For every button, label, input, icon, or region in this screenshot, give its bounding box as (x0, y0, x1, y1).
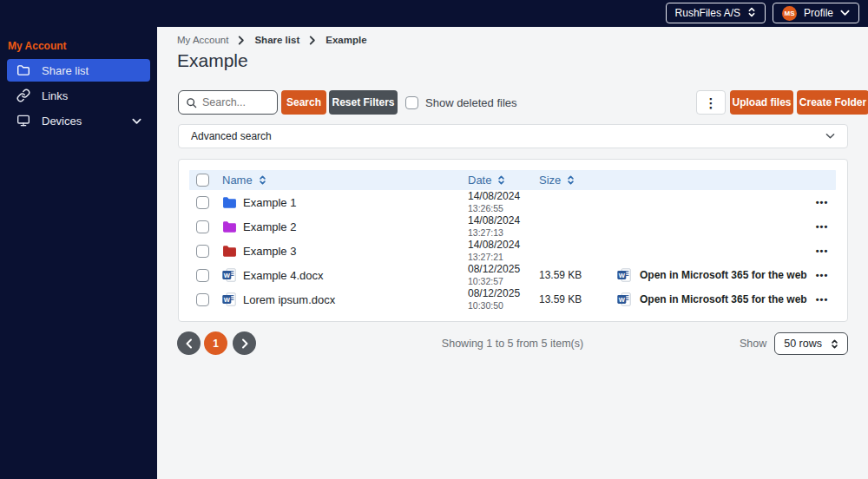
table-body: Example 1 14/08/2024 13:26:55 ••• Exampl… (189, 190, 836, 312)
top-bar: RushFiles A/S MS Profile (0, 0, 868, 27)
file-name: Example 2 (243, 220, 296, 233)
open-in-office-link[interactable]: W Open in Microsoft 365 for the web (610, 268, 807, 283)
search-box (178, 90, 278, 115)
sidebar: RushFiles My Account Share list Links De… (0, 0, 157, 479)
pagination: 1 Showing 1 to 5 from 5 item(s) Show 50 … (177, 331, 848, 356)
breadcrumb-my-account[interactable]: My Account (177, 35, 228, 45)
sidebar-item-links[interactable]: Links (7, 84, 150, 107)
advanced-search-label: Advanced search (191, 130, 825, 142)
tenant-selector[interactable]: RushFiles A/S (666, 3, 766, 23)
devices-icon (16, 114, 30, 128)
date-value: 14/08/2024 (468, 215, 532, 227)
row-checkbox[interactable] (196, 245, 209, 258)
sidebar-section-label: My Account (8, 40, 67, 52)
file-name-cell[interactable]: W Example 4.docx (215, 268, 461, 283)
breadcrumb-example: Example (326, 35, 366, 45)
folder-icon (222, 195, 237, 210)
table-header-row: Name Date Size (189, 170, 836, 190)
file-name-cell[interactable]: W Lorem ipsum.docx (215, 292, 461, 307)
folder-icon (16, 63, 30, 78)
show-deleted-label: Show deleted files (425, 96, 517, 109)
time-value: 13:27:21 (468, 252, 532, 262)
file-name-cell[interactable]: Example 3 (215, 244, 461, 259)
file-name: Example 1 (243, 196, 296, 209)
sidebar-item-label: Devices (42, 115, 121, 128)
reset-filters-button[interactable]: Reset Filters (329, 90, 398, 115)
search-icon (186, 97, 197, 108)
file-name: Example 4.docx (243, 269, 324, 282)
open-link-label: Open in Microsoft 365 for the web (640, 269, 807, 281)
chevron-right-icon (309, 36, 316, 45)
file-name-cell[interactable]: Example 2 (215, 220, 461, 234)
folder-icon (222, 244, 237, 259)
advanced-search-toggle[interactable]: Advanced search (178, 124, 848, 148)
rows-per-page-select[interactable]: 50 rows (774, 332, 848, 355)
sidebar-item-share-list[interactable]: Share list (7, 59, 150, 82)
column-label: Size (539, 174, 561, 187)
svg-text:W: W (619, 296, 626, 304)
time-value: 13:26:55 (468, 203, 532, 213)
size-cell: 13.59 KB (532, 293, 610, 305)
size-cell: 13.59 KB (532, 269, 610, 281)
sort-icon (497, 174, 505, 186)
updown-chevron-icon (831, 338, 838, 350)
toolbar: Search Reset Filters Show deleted files … (178, 90, 848, 115)
column-header-date[interactable]: Date (461, 174, 532, 187)
row-checkbox[interactable] (196, 269, 209, 282)
column-header-size[interactable]: Size (532, 174, 610, 187)
sidebar-item-devices[interactable]: Devices (7, 109, 150, 132)
date-cell: 14/08/2024 13:27:21 (461, 240, 532, 262)
file-name: Lorem ipsum.docx (243, 293, 335, 306)
row-menu-button[interactable]: ••• (807, 270, 837, 280)
row-menu-button[interactable]: ••• (807, 197, 837, 207)
file-name-cell[interactable]: Example 1 (215, 195, 461, 210)
svg-text:W: W (619, 272, 626, 279)
time-value: 13:27:13 (468, 227, 532, 238)
breadcrumb-share-list[interactable]: Share list (254, 35, 299, 45)
search-button[interactable]: Search (281, 90, 326, 115)
folder-icon (222, 220, 237, 234)
date-value: 08/12/2025 (468, 264, 532, 276)
word-icon: W (617, 292, 632, 307)
create-folder-button[interactable]: Create Folder (797, 90, 868, 115)
file-name: Example 3 (243, 245, 296, 258)
word-icon: W (222, 268, 237, 283)
chevron-down-icon (132, 115, 141, 128)
more-actions-button[interactable]: ⋮ (696, 90, 726, 115)
sort-icon (567, 174, 575, 186)
sidebar-item-label: Links (42, 89, 68, 102)
table-row: Example 3 14/08/2024 13:27:21 ••• (189, 239, 836, 263)
chevron-down-icon (840, 7, 850, 19)
date-value: 14/08/2024 (468, 191, 532, 203)
upload-files-button[interactable]: Upload files (730, 90, 793, 115)
open-link-label: Open in Microsoft 365 for the web (640, 293, 807, 305)
sort-icon (259, 174, 266, 186)
link-icon (16, 89, 30, 103)
word-icon: W (222, 292, 237, 307)
date-cell: 08/12/2025 10:30:50 (461, 288, 532, 311)
show-deleted-checkbox[interactable] (405, 96, 418, 109)
time-value: 10:32:57 (468, 276, 532, 286)
word-icon: W (617, 268, 632, 283)
breadcrumb: My Account Share list Example (177, 35, 367, 45)
main-content: My Account Share list Example Example Se… (157, 27, 868, 479)
chevron-right-icon (238, 36, 245, 45)
row-checkbox[interactable] (196, 293, 209, 306)
row-menu-button[interactable]: ••• (807, 294, 837, 305)
row-checkbox[interactable] (196, 220, 209, 233)
row-menu-button[interactable]: ••• (807, 246, 837, 256)
column-header-name[interactable]: Name (215, 174, 461, 187)
search-input[interactable] (202, 96, 270, 108)
profile-menu[interactable]: MS Profile (773, 3, 859, 23)
row-menu-button[interactable]: ••• (807, 221, 837, 232)
profile-label: Profile (804, 7, 833, 19)
column-label: Name (222, 174, 253, 187)
row-checkbox[interactable] (196, 196, 209, 209)
rows-per-page-value: 50 rows (784, 338, 822, 350)
column-label: Date (468, 174, 491, 187)
table-row: Example 2 14/08/2024 13:27:13 ••• (189, 214, 836, 239)
open-in-office-link[interactable]: W Open in Microsoft 365 for the web (610, 292, 807, 307)
table-row: Example 1 14/08/2024 13:26:55 ••• (189, 190, 836, 214)
select-all-checkbox[interactable] (196, 174, 209, 187)
svg-text:W: W (224, 272, 231, 279)
